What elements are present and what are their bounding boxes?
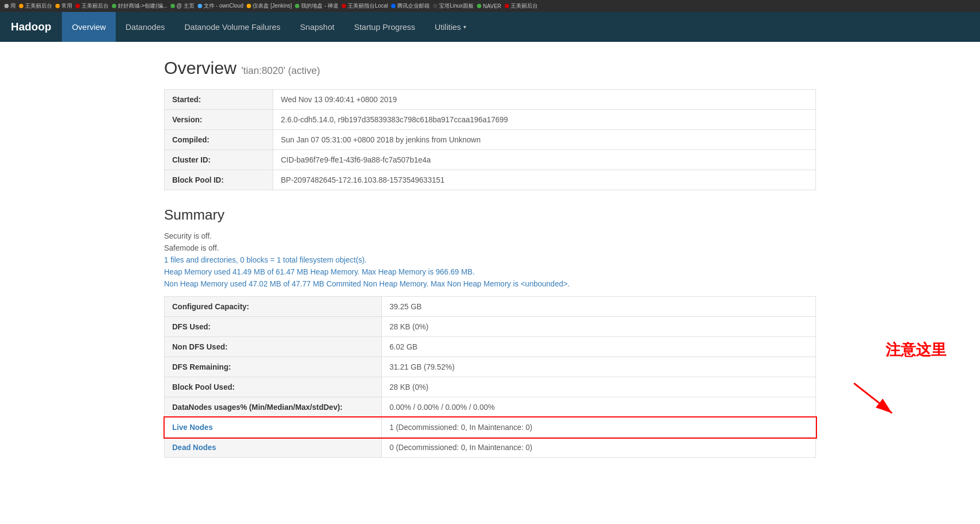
browser-bar: 用 王美丽后台 常用 王美丽后台 好好商城->创建(编... @ 主页 文件 -… [0, 0, 980, 12]
files-link[interactable]: 1 files and directories, 0 blocks = 1 to… [164, 255, 367, 264]
browser-tab-12[interactable]: 宝塔Linux面板 [433, 2, 474, 10]
summary-label-datanodes-usage: DataNodes usages% (Min/Median/Max/stdDev… [165, 397, 382, 417]
page-title: Overview 'tian:8020' (active) [164, 58, 816, 78]
browser-tab-7[interactable]: 文件 - ownCloud [198, 2, 243, 10]
summary-value-nondfs: 6.02 GB [382, 337, 816, 357]
info-value-compiled: Sun Jan 07 05:31:00 +0800 2018 by jenkin… [273, 130, 816, 150]
summary-value-dfsused: 28 KB (0%) [382, 317, 816, 337]
summary-heading: Summary [164, 207, 816, 223]
summary-line-nonheap: Non Heap Memory used 47.02 MB of 47.77 M… [164, 279, 816, 288]
summary-value-deadnodes: 0 (Decommissioned: 0, In Maintenance: 0) [382, 438, 816, 458]
summary-value-livenodes: 1 (Decommissioned: 0, In Maintenance: 0) [382, 417, 816, 438]
summary-label-capacity: Configured Capacity: [165, 297, 382, 317]
info-value-started: Wed Nov 13 09:40:41 +0800 2019 [273, 90, 816, 110]
browser-tab-10[interactable]: 王美丽指台Local [342, 2, 388, 10]
table-row: DFS Remaining: 31.21 GB (79.52%) [165, 357, 816, 377]
summary-lines: Security is off. Safemode is off. 1 file… [164, 232, 816, 288]
browser-tab-3[interactable]: 常用 [55, 2, 72, 10]
browser-tab-5[interactable]: 好好商城->创建(编... [112, 2, 167, 10]
summary-label-blockpool: Block Pool Used: [165, 377, 382, 397]
page-subtitle: 'tian:8020' (active) [241, 65, 320, 76]
info-table: Started: Wed Nov 13 09:40:41 +0800 2019 … [164, 89, 816, 190]
browser-tab-1[interactable]: 用 [4, 2, 16, 10]
summary-value-capacity: 39.25 GB [382, 297, 816, 317]
summary-label-dfsremaining: DFS Remaining: [165, 357, 382, 377]
nav-item-snapshot[interactable]: Snapshot [290, 12, 344, 42]
table-row: Configured Capacity: 39.25 GB [165, 297, 816, 317]
info-label-compiled: Compiled: [165, 130, 273, 150]
info-label-version: Version: [165, 110, 273, 130]
table-row: Started: Wed Nov 13 09:40:41 +0800 2019 [165, 90, 816, 110]
table-row: Version: 2.6.0-cdh5.14.0, r9b197d3583938… [165, 110, 816, 130]
summary-line-security: Security is off. [164, 232, 816, 240]
info-value-version: 2.6.0-cdh5.14.0, r9b197d35839383c798c618… [273, 110, 816, 130]
summary-line-safemode: Safemode is off. [164, 244, 816, 252]
summary-line-heap: Heap Memory used 41.49 MB of 61.47 MB He… [164, 267, 816, 276]
browser-tab-6[interactable]: @ 主页 [171, 2, 194, 10]
dead-nodes-link[interactable]: Dead Nodes [172, 443, 216, 452]
browser-tab-2[interactable]: 王美丽后台 [19, 2, 52, 10]
summary-label-nondfs: Non DFS Used: [165, 337, 382, 357]
table-row: DataNodes usages% (Min/Median/Max/stdDev… [165, 397, 816, 417]
nav-item-utilities[interactable]: Utilities ▾ [425, 12, 475, 42]
table-row: Block Pool Used: 28 KB (0%) [165, 377, 816, 397]
nav-items: Overview Datanodes Datanode Volume Failu… [62, 12, 475, 42]
nav-item-startup-progress[interactable]: Startup Progress [344, 12, 425, 42]
browser-tab-9[interactable]: 我的地盘 - 禅道 [295, 2, 338, 10]
summary-line-files: 1 files and directories, 0 blocks = 1 to… [164, 255, 816, 264]
nav-item-datanodes[interactable]: Datanodes [116, 12, 175, 42]
nav-item-overview[interactable]: Overview [62, 12, 116, 42]
live-nodes-link[interactable]: Live Nodes [172, 423, 213, 432]
table-row: Cluster ID: CID-ba96f7e9-ffe1-43f6-9a88-… [165, 150, 816, 170]
browser-tab-14[interactable]: 王美丽后台 [505, 2, 538, 10]
summary-value-datanodes-usage: 0.00% / 0.00% / 0.00% / 0.00% [382, 397, 816, 417]
svg-line-1 [854, 383, 892, 413]
live-nodes-row: Live Nodes 1 (Decommissioned: 0, In Main… [165, 417, 816, 438]
browser-tab-8[interactable]: 仪表盘 [Jenkins] [247, 2, 292, 10]
summary-value-dfsremaining: 31.21 GB (79.52%) [382, 357, 816, 377]
summary-label-deadnodes: Dead Nodes [165, 438, 382, 458]
browser-tab-13[interactable]: NAVER [477, 3, 501, 9]
info-value-clusterid: CID-ba96f7e9-ffe1-43f6-9a88-fc7a507b1e4a [273, 150, 816, 170]
summary-label-dfsused: DFS Used: [165, 317, 382, 337]
annotation-arrow [849, 378, 914, 421]
main-content: Overview 'tian:8020' (active) Started: W… [137, 42, 843, 474]
summary-label-livenodes: Live Nodes [165, 417, 382, 438]
browser-tab-11[interactable]: 腾讯企业邮箱 [391, 2, 430, 10]
table-row: Compiled: Sun Jan 07 05:31:00 +0800 2018… [165, 130, 816, 150]
summary-table: Configured Capacity: 39.25 GB DFS Used: … [164, 296, 816, 458]
annotation-note: 注意这里 [885, 340, 946, 360]
chevron-down-icon: ▾ [463, 24, 466, 30]
table-row: Block Pool ID: BP-2097482645-172.16.103.… [165, 170, 816, 190]
table-row: Dead Nodes 0 (Decommissioned: 0, In Main… [165, 438, 816, 458]
info-label-clusterid: Cluster ID: [165, 150, 273, 170]
navbar: Hadoop Overview Datanodes Datanode Volum… [0, 12, 980, 42]
info-label-blockpoolid: Block Pool ID: [165, 170, 273, 190]
info-value-blockpoolid: BP-2097482645-172.16.103.88-157354963315… [273, 170, 816, 190]
table-row: Non DFS Used: 6.02 GB [165, 337, 816, 357]
summary-table-wrapper: Configured Capacity: 39.25 GB DFS Used: … [164, 296, 816, 458]
table-row: DFS Used: 28 KB (0%) [165, 317, 816, 337]
navbar-brand[interactable]: Hadoop [11, 21, 51, 33]
summary-value-blockpool: 28 KB (0%) [382, 377, 816, 397]
info-label-started: Started: [165, 90, 273, 110]
browser-tab-4[interactable]: 王美丽后台 [76, 2, 109, 10]
nav-item-datanode-volume-failures[interactable]: Datanode Volume Failures [175, 12, 291, 42]
